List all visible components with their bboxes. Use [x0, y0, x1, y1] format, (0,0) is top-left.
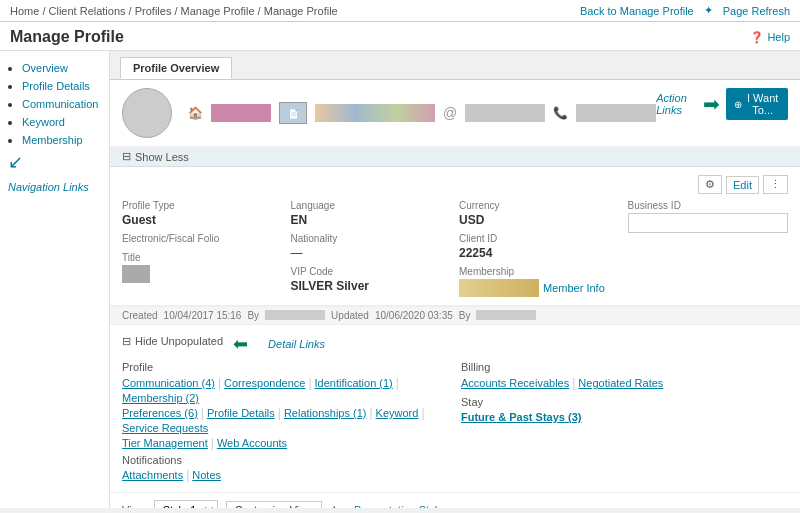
- content-area: 🏠 📄 @ 📞 Action Links ➡ ⊕: [110, 79, 800, 508]
- minus-square-icon: ⊟: [122, 335, 131, 348]
- business-id-input[interactable]: [628, 213, 789, 233]
- breadcrumb: Home / Client Relations / Profiles / Man…: [10, 5, 338, 17]
- show-less-bar[interactable]: ⊟ Show Less: [110, 147, 800, 167]
- customize-view-button[interactable]: Customize View: [226, 501, 323, 508]
- profile-links-row2: Preferences (6) | Profile Details | Rela…: [122, 406, 449, 434]
- detail-grid: Profile Communication (4) | Corresponden…: [122, 361, 788, 484]
- at-icon: @: [443, 105, 457, 121]
- fields-grid: Profile Type Guest Electronic/Fiscal Fol…: [122, 200, 788, 297]
- notif-links-row: Attachments | Notes: [122, 468, 449, 482]
- profile-links-row3: Tier Management | Web Accounts: [122, 436, 449, 450]
- profile-details-link[interactable]: Profile Details: [207, 407, 275, 419]
- i-want-to-button[interactable]: ⊕ I Want To...: [726, 88, 788, 120]
- nav-list: Overview Profile Details Communication K…: [8, 61, 101, 147]
- accounts-receivables-link[interactable]: Accounts Receivables: [461, 377, 569, 389]
- edit-button[interactable]: Edit: [726, 176, 759, 194]
- detail-col-right: Billing Accounts Receivables | Negotiate…: [461, 361, 788, 484]
- correspondence-link[interactable]: Correspondence: [224, 377, 305, 389]
- title-color-swatch: [122, 265, 150, 283]
- notes-link[interactable]: Notes: [192, 469, 221, 481]
- pres-arrow-icon: ⬅: [330, 499, 345, 508]
- action-links-label: Action Links: [656, 92, 697, 116]
- field-business-id: Business ID: [628, 200, 789, 297]
- right-content: Profile Overview 🏠 📄 @ 📞: [110, 51, 800, 508]
- nav-label: Navigation Links: [8, 181, 101, 193]
- field-currency: Currency USD Client ID 22254 Membership …: [459, 200, 620, 297]
- relationships-link[interactable]: Relationships (1): [284, 407, 367, 419]
- nav-item-overview[interactable]: Overview: [22, 62, 68, 74]
- tier-management-link[interactable]: Tier Management: [122, 437, 208, 449]
- detail-col-left: Profile Communication (4) | Corresponden…: [122, 361, 449, 484]
- profile-fields: ⚙ Edit ⋮ Profile Type Guest Electronic/F…: [110, 167, 800, 306]
- detail-links-section: ⊟ Hide Unpopulated ⬅ Detail Links Profil…: [110, 325, 800, 493]
- tab-profile-overview[interactable]: Profile Overview: [120, 57, 232, 79]
- email-bar: [465, 104, 545, 122]
- home-icon: 🏠: [188, 106, 203, 120]
- nav-item-communication[interactable]: Communication: [22, 98, 98, 110]
- membership-link[interactable]: Membership (2): [122, 392, 199, 404]
- profile-links-row1: Communication (4) | Correspondence | Ide…: [122, 376, 449, 404]
- action-arrow-icon: ➡: [703, 92, 720, 116]
- profile-header: 🏠 📄 @ 📞 Action Links ➡ ⊕: [110, 80, 800, 147]
- style-select[interactable]: Style 1 Style 2 Style 3: [154, 500, 218, 508]
- service-requests-link[interactable]: Service Requests: [122, 422, 208, 434]
- timestamps-bar: Created 10/04/2017 15:16 By Updated 10/0…: [110, 306, 800, 325]
- doc-icon: 📄: [279, 102, 307, 124]
- preferences-link[interactable]: Preferences (6): [122, 407, 198, 419]
- more-options-button[interactable]: ⋮: [763, 175, 788, 194]
- nav-item-keyword[interactable]: Keyword: [22, 116, 65, 128]
- created-by-value: [265, 310, 325, 320]
- plus-icon: ⊕: [734, 99, 742, 110]
- profile-color-strip: [315, 104, 435, 122]
- profile-info-row: 🏠 📄 @ 📞: [188, 102, 656, 124]
- phone-icon: 📞: [553, 106, 568, 120]
- left-nav: Overview Profile Details Communication K…: [0, 51, 110, 508]
- field-profile-type: Profile Type Guest Electronic/Fiscal Fol…: [122, 200, 283, 297]
- presentation-style-bar: View Style 1 Style 2 Style 3 Customize V…: [110, 493, 800, 508]
- membership-badge: [459, 279, 539, 297]
- action-links-area: Action Links ➡ ⊕ I Want To...: [656, 88, 788, 120]
- minus-icon: ⊟: [122, 150, 131, 163]
- attachments-link[interactable]: Attachments: [122, 469, 183, 481]
- help-link[interactable]: ❓ Help: [750, 31, 790, 44]
- top-bar: Home / Client Relations / Profiles / Man…: [0, 0, 800, 22]
- negotiated-rates-link[interactable]: Negotiated Rates: [578, 377, 663, 389]
- billing-links-row: Accounts Receivables | Negotiated Rates: [461, 376, 788, 390]
- nav-item-profile-details[interactable]: Profile Details: [22, 80, 90, 92]
- communication-link[interactable]: Communication (4): [122, 377, 215, 389]
- page-refresh-link[interactable]: Page Refresh: [723, 5, 790, 17]
- updated-by-value: [476, 310, 536, 320]
- tab-bar: Profile Overview: [110, 51, 800, 79]
- future-past-stays-link[interactable]: Future & Past Stays (3): [461, 411, 581, 423]
- identification-link[interactable]: Identification (1): [315, 377, 393, 389]
- settings-button[interactable]: ⚙: [698, 175, 722, 194]
- field-language: Language EN Nationality — VIP Code SILVE…: [291, 200, 452, 297]
- main-layout: Overview Profile Details Communication K…: [0, 51, 800, 508]
- avatar: [122, 88, 172, 138]
- nav-item-membership[interactable]: Membership: [22, 134, 83, 146]
- keyword-link[interactable]: Keyword: [376, 407, 419, 419]
- hide-unpopulated-bar[interactable]: ⊟ Hide Unpopulated: [122, 335, 223, 348]
- notifications-section: Notifications Attachments | Notes: [122, 454, 449, 482]
- stay-links-row: Future & Past Stays (3): [461, 411, 788, 423]
- presentation-style-label: Presentation Style: [353, 504, 442, 508]
- page-title: Manage Profile: [10, 28, 124, 46]
- page-title-bar: Manage Profile ❓ Help: [0, 22, 800, 51]
- profile-name-bar: [211, 104, 271, 122]
- fields-toolbar: ⚙ Edit ⋮: [122, 175, 788, 194]
- phone-bar: [576, 104, 656, 122]
- detail-links-label: Detail Links: [268, 338, 325, 350]
- nav-arrow-icon: ↙: [8, 151, 101, 173]
- detail-arrow-icon: ⬅: [233, 333, 248, 355]
- web-accounts-link[interactable]: Web Accounts: [217, 437, 287, 449]
- back-to-manage-link[interactable]: Back to Manage Profile: [580, 5, 694, 17]
